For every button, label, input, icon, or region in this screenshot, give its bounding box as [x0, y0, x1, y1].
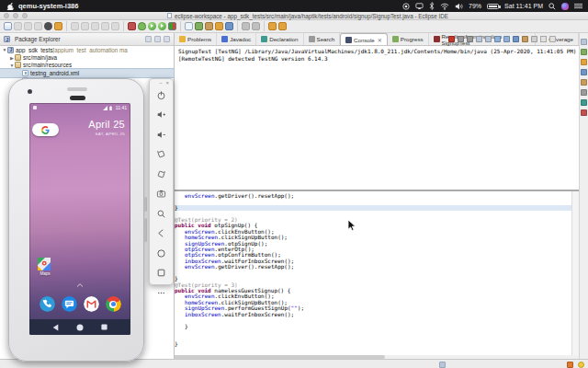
tab-javadoc[interactable]: Javadoc [217, 33, 256, 45]
control-center-icon[interactable] [574, 3, 582, 9]
remove-all-launches-button-icon[interactable] [467, 36, 473, 42]
screen-record-icon[interactable] [402, 3, 410, 10]
emulator-close-button[interactable]: × [165, 81, 169, 86]
package-explorer-tab[interactable]: Package Explorer [0, 33, 174, 46]
more-button[interactable] [156, 287, 167, 298]
view-menu-icon[interactable] [164, 36, 170, 42]
last-edit-button-icon[interactable] [252, 22, 260, 30]
run-history-button-icon[interactable] [168, 22, 176, 30]
console-output[interactable]: SignupTest [TestNG] /Library/Java/JavaVi… [175, 46, 579, 190]
open-type-button-icon[interactable] [225, 22, 233, 30]
profile-button-icon[interactable] [44, 22, 52, 30]
display-console-button-icon[interactable] [513, 36, 519, 42]
chrome-icon[interactable] [106, 296, 121, 312]
minimize-view-button-icon[interactable] [540, 36, 547, 42]
back-nav-icon[interactable] [52, 324, 59, 331]
view-menu-button-icon[interactable] [531, 36, 537, 42]
clear-console-button-icon[interactable] [476, 36, 482, 42]
minimized-view-icon[interactable] [581, 109, 587, 116]
external-tools-button-icon[interactable] [54, 22, 62, 30]
minimized-view-icon[interactable] [581, 59, 587, 65]
minimized-view-icon[interactable] [581, 39, 587, 45]
record-button-icon[interactable] [128, 22, 136, 30]
tab-declaration[interactable]: Declaration [256, 33, 303, 45]
minimize-window-button[interactable] [13, 13, 18, 18]
pin-console-button-icon[interactable] [503, 36, 510, 42]
phone-icon[interactable] [40, 296, 55, 312]
tab-problems[interactable]: Problems [175, 33, 217, 45]
terminate-button-icon[interactable] [448, 36, 455, 42]
maximize-view-button-icon[interactable] [549, 36, 556, 42]
home-nav-icon[interactable] [76, 324, 84, 331]
tree-item-app-sdk-tests[interactable]: ▼app_sdk_tests [appium_test_automation m… [0, 46, 174, 53]
search-button-icon[interactable] [242, 22, 250, 30]
back-button[interactable] [156, 228, 167, 239]
open-task-button-icon[interactable] [215, 22, 223, 30]
forward-button-icon[interactable] [278, 22, 287, 30]
remove-launch-button-icon[interactable] [458, 36, 464, 42]
date-widget[interactable]: April 25 SAT, APRIL 25 [88, 119, 125, 136]
minimized-view-icon[interactable] [581, 89, 587, 96]
wifi-icon[interactable] [440, 3, 449, 10]
code-line-88[interactable] [175, 347, 571, 352]
home-button[interactable] [156, 247, 167, 259]
zoom-button[interactable] [156, 208, 167, 219]
active-app-name[interactable]: qemu-system-i386 [18, 2, 78, 10]
new-package-button-icon[interactable] [205, 22, 213, 30]
menubar-clock[interactable]: Sat 11:41 PM [504, 3, 543, 9]
close-window-button[interactable] [4, 13, 9, 18]
tab-search[interactable]: Search [304, 33, 341, 45]
power-button[interactable] [156, 89, 167, 100]
overview-ruler[interactable] [571, 191, 579, 355]
tree-item-testng-android-xml[interactable]: testng_android.xml [0, 69, 174, 76]
coverage-button-icon[interactable] [158, 22, 166, 30]
rotate-right-button[interactable] [156, 168, 167, 179]
tips-icon[interactable] [578, 362, 584, 368]
zoom-window-button[interactable] [22, 13, 28, 18]
overview-button[interactable] [156, 268, 167, 279]
screenshot-button[interactable] [156, 189, 167, 200]
recents-nav-icon[interactable] [101, 324, 107, 330]
volume-icon[interactable] [455, 3, 463, 10]
problems-indicator-icon[interactable] [567, 362, 573, 368]
link-with-editor-icon[interactable] [154, 36, 161, 42]
java-editor[interactable]: 6263646566676869707172737475767778798081… [147, 190, 579, 355]
search-icon[interactable] [548, 3, 556, 10]
new-button-icon[interactable] [4, 22, 12, 30]
volume-up-button[interactable] [156, 109, 167, 121]
new-class-button-icon[interactable] [185, 22, 193, 30]
word-wrap-button-icon[interactable] [494, 36, 501, 42]
siri-icon[interactable] [561, 3, 569, 10]
collapse-all-icon[interactable] [145, 36, 152, 42]
gmail-icon[interactable] [84, 296, 99, 312]
rotate-left-button[interactable] [156, 149, 167, 160]
minimized-view-icon[interactable] [581, 79, 587, 86]
back-button-icon[interactable] [268, 22, 277, 30]
apple-menu-icon[interactable] [6, 2, 14, 10]
new-interface-button-icon[interactable] [195, 22, 203, 30]
tree-item-src-main-resources[interactable]: ▼src/main/resources [0, 62, 174, 69]
close-tab-icon[interactable]: ✕ [378, 37, 382, 43]
google-search-pill[interactable] [32, 123, 59, 136]
console-icon [345, 37, 352, 43]
emulator-minimize-button[interactable]: – [159, 81, 162, 86]
minimized-view-icon[interactable] [581, 49, 587, 55]
tab-console[interactable]: Console✕ [340, 33, 388, 45]
minimized-view-icon[interactable] [581, 99, 587, 106]
minimized-view-icon[interactable] [581, 69, 587, 75]
open-console-button-icon[interactable] [522, 36, 528, 42]
editor-code-area[interactable]: envScreen.getDriver().resetApp(); } @Tes… [175, 193, 571, 353]
scroll-lock-button-icon[interactable] [485, 36, 492, 42]
debug-button-icon[interactable] [138, 22, 146, 30]
app-drawer-caret[interactable] [77, 283, 84, 287]
run-button-icon[interactable] [148, 22, 156, 30]
bluetooth-icon[interactable] [429, 2, 435, 10]
messages-icon[interactable] [62, 296, 77, 312]
eclipse-titlebar[interactable]: eclipse-workspace - app_sdk_tests/src/ma… [0, 12, 588, 20]
volume-down-button[interactable] [156, 129, 167, 140]
tree-item-src-main-java[interactable]: ▶src/main/java [0, 53, 174, 61]
maps-app-shortcut[interactable]: Maps [38, 258, 52, 276]
phone-screen[interactable]: 11:41 April 25 SAT, APRIL 25 Maps [29, 103, 130, 335]
display-icon[interactable] [415, 3, 424, 10]
tab-progress[interactable]: Progress [388, 33, 429, 45]
